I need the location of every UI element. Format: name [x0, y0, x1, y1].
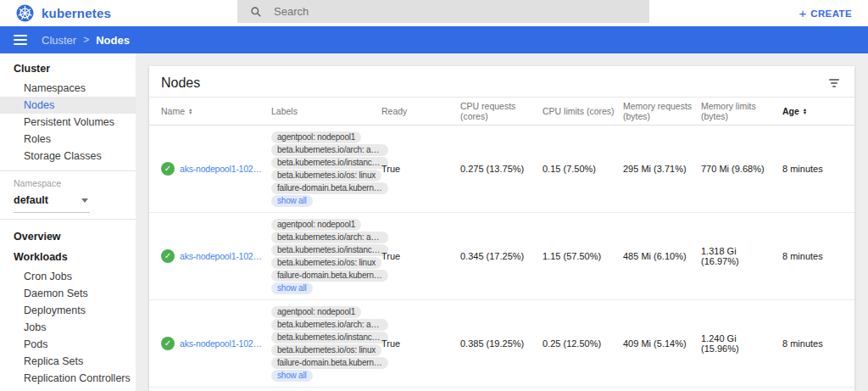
sidebar-nav: Cluster Namespaces Nodes Persistent Volu…	[0, 53, 136, 391]
sidebar-divider	[0, 170, 136, 171]
namespace-select[interactable]: default	[14, 190, 90, 213]
column-header-cpu-limits: CPU limits (cores)	[542, 106, 623, 116]
show-all-labels-button[interactable]: show all	[271, 195, 313, 207]
search-bar[interactable]	[237, 0, 649, 23]
memory-limits-cell: 1.318 Gi (16.97%)	[701, 246, 782, 266]
memory-requests-cell: 409 Mi (5.14%)	[623, 338, 701, 349]
label-chip: beta.kubernetes.io/arch: amd...	[271, 144, 388, 156]
sidebar-item-namespaces[interactable]: Namespaces	[0, 80, 136, 97]
menu-hamburger-icon[interactable]	[10, 30, 31, 50]
column-header-labels: Labels	[271, 106, 381, 116]
show-all-labels-button[interactable]: show all	[271, 282, 313, 294]
label-chip: failure-domain.beta.kubernet...	[271, 270, 388, 282]
table-row: ✓ aks-nodepool1-10230590-vm... agentpool…	[149, 213, 854, 300]
cpu-requests-cell: 0.345 (17.25%)	[460, 251, 542, 261]
memory-requests-cell: 485 Mi (6.10%)	[623, 251, 701, 261]
sidebar-item-roles[interactable]: Roles	[0, 131, 136, 148]
age-cell: 8 minutes	[782, 251, 843, 261]
show-all-labels-button[interactable]: show all	[271, 370, 313, 382]
label-chip: agentpool: nodepool1	[271, 219, 361, 231]
column-header-name-label: Name	[161, 106, 185, 116]
breadcrumb: Cluster > Nodes	[42, 34, 130, 47]
sidebar-item-daemon-sets[interactable]: Daemon Sets	[0, 285, 136, 302]
memory-requests-cell: 295 Mi (3.71%)	[623, 164, 701, 174]
label-chip: beta.kubernetes.io/instance-t...	[271, 244, 388, 256]
plus-icon: +	[798, 7, 806, 20]
column-header-memory-requests: Memory requests (bytes)	[623, 101, 701, 121]
label-chip: failure-domain.beta.kubernet...	[271, 182, 388, 194]
breadcrumb-cluster-link[interactable]: Cluster	[42, 34, 76, 47]
column-header-ready: Ready	[381, 106, 460, 116]
column-header-memory-limits: Memory limits (bytes)	[701, 101, 782, 121]
status-ok-icon: ✓	[161, 249, 175, 263]
sort-icon-active: ▲▼	[803, 108, 807, 115]
sidebar-item-persistent-volumes[interactable]: Persistent Volumes	[0, 114, 136, 131]
breadcrumb-toolbar: Cluster > Nodes	[0, 26, 868, 53]
node-name-link[interactable]: aks-nodepool1-10230590-vm...	[180, 164, 264, 174]
search-input[interactable]	[272, 4, 649, 19]
kubernetes-logo-icon	[16, 4, 34, 22]
ready-cell: True	[381, 164, 460, 174]
sidebar-item-nodes[interactable]: Nodes	[0, 97, 136, 114]
column-header-name[interactable]: Name ▲▼	[161, 106, 271, 116]
status-ok-icon: ✓	[161, 162, 175, 176]
filter-icon[interactable]	[826, 75, 843, 91]
nodes-card: Nodes Name ▲▼ Labels Ready CPU requests …	[149, 66, 854, 391]
sidebar-section-workloads[interactable]: Workloads	[0, 248, 136, 268]
brand-home-link[interactable]: kubernetes	[16, 0, 111, 26]
sidebar-item-jobs[interactable]: Jobs	[0, 319, 136, 336]
age-cell: 8 minutes	[782, 164, 843, 174]
sidebar-item-overview[interactable]: Overview	[0, 224, 136, 248]
table-row: ✓ aks-nodepool1-10230590-vm... agentpool…	[149, 126, 854, 213]
cpu-limits-cell: 1.15 (57.50%)	[542, 251, 623, 261]
nodes-card-header: Nodes	[149, 66, 854, 97]
memory-limits-cell: 770 Mi (9.68%)	[701, 164, 782, 174]
node-name-link[interactable]: aks-nodepool1-10230590-vm...	[180, 338, 264, 349]
sort-icon: ▲▼	[188, 108, 192, 115]
sidebar-section-cluster[interactable]: Cluster	[0, 56, 136, 80]
column-header-age[interactable]: Age ▲▼	[782, 106, 843, 116]
labels-cell: agentpool: nodepool1 beta.kubernetes.io/…	[271, 305, 381, 382]
table-row: ✓ aks-nodepool1-10230590-vm... agentpool…	[149, 300, 854, 388]
sidebar-divider	[0, 219, 136, 220]
sidebar-item-deployments[interactable]: Deployments	[0, 302, 136, 319]
main-content: Nodes Name ▲▼ Labels Ready CPU requests …	[136, 53, 868, 391]
table-header-row: Name ▲▼ Labels Ready CPU requests (cores…	[149, 97, 854, 126]
create-button[interactable]: + CREATE	[793, 0, 857, 26]
kubernetes-dashboard: kubernetes + CREATE Cluster > Nodes	[0, 0, 868, 391]
ready-cell: True	[381, 251, 460, 261]
column-header-cpu-requests: CPU requests (cores)	[460, 101, 542, 121]
label-chip: beta.kubernetes.io/instance-t...	[271, 332, 388, 344]
page-title: Nodes	[161, 75, 200, 91]
sidebar-item-storage-classes[interactable]: Storage Classes	[0, 148, 136, 165]
chevron-down-icon	[81, 198, 88, 203]
sidebar-item-replication-controllers[interactable]: Replication Controllers	[0, 370, 136, 387]
sidebar-item-stateful-sets[interactable]: Stateful Sets	[0, 387, 136, 391]
breadcrumb-current-page: Nodes	[96, 34, 130, 47]
sidebar-item-pods[interactable]: Pods	[0, 336, 136, 353]
namespace-label: Namespace	[0, 176, 136, 190]
sidebar-item-cron-jobs[interactable]: Cron Jobs	[0, 268, 136, 285]
column-header-age-label: Age	[782, 106, 799, 116]
label-chip: agentpool: nodepool1	[271, 131, 361, 143]
label-chip: beta.kubernetes.io/os: linux	[271, 344, 381, 356]
age-cell: 8 minutes	[782, 338, 843, 349]
label-chip: beta.kubernetes.io/os: linux	[271, 170, 381, 182]
top-header: kubernetes + CREATE	[0, 0, 868, 26]
cpu-limits-cell: 0.25 (12.50%)	[542, 338, 623, 349]
memory-limits-cell: 1.240 Gi (15.96%)	[701, 333, 782, 354]
label-chip: beta.kubernetes.io/instance-t...	[271, 157, 388, 169]
label-chip: beta.kubernetes.io/os: linux	[271, 257, 381, 269]
node-name-link[interactable]: aks-nodepool1-10230590-vm...	[180, 251, 264, 261]
label-chip: beta.kubernetes.io/arch: amd...	[271, 319, 388, 331]
label-chip: agentpool: nodepool1	[271, 306, 361, 318]
create-button-label: CREATE	[810, 8, 852, 19]
ready-cell: True	[381, 338, 460, 349]
brand-title: kubernetes	[42, 6, 111, 20]
cpu-requests-cell: 0.385 (19.25%)	[460, 338, 542, 349]
status-ok-icon: ✓	[161, 337, 175, 350]
label-chip: failure-domain.beta.kubernet...	[271, 357, 388, 369]
breadcrumb-separator-icon: >	[83, 34, 89, 46]
cpu-limits-cell: 0.15 (7.50%)	[542, 164, 623, 174]
sidebar-item-replica-sets[interactable]: Replica Sets	[0, 353, 136, 370]
